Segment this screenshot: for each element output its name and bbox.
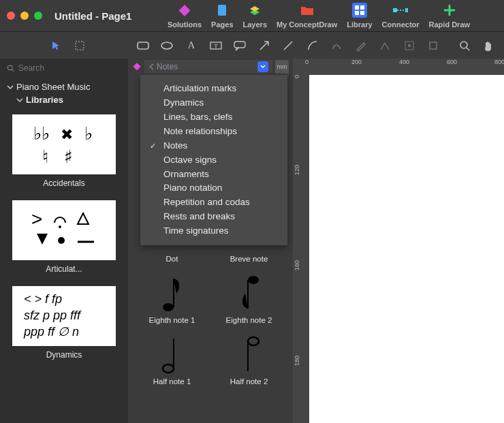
layers-icon <box>247 3 262 18</box>
menu-library[interactable]: Library <box>347 3 372 29</box>
zoom-icon[interactable] <box>34 12 42 20</box>
svg-rect-3 <box>360 5 364 10</box>
svg-point-41 <box>248 276 259 284</box>
svg-text:>: > <box>31 208 42 230</box>
lib-dynamics[interactable]: < > f fpsfz p pp fffppp ff ∅ n Dynamics <box>12 286 116 360</box>
ruler-horizontal: 0 200 400 600 800 <box>293 59 504 69</box>
svg-point-45 <box>248 337 259 345</box>
svg-rect-7 <box>405 8 408 12</box>
arrow-tool[interactable] <box>255 37 273 54</box>
chevron-left-icon <box>148 63 155 70</box>
shape-eighth1[interactable]: Eighth note 1 <box>135 272 209 324</box>
opt-octave[interactable]: Octave signs <box>150 153 278 168</box>
lib-accidentals[interactable]: ♭♭✖♭♮♯ Accidentals <box>12 114 116 188</box>
callout-tool[interactable] <box>231 37 249 54</box>
menu-connector[interactable]: Connector <box>382 3 420 29</box>
ellipse-tool[interactable] <box>159 37 176 54</box>
opt-repetition[interactable]: Repetition and codas <box>150 195 278 210</box>
edit-anchor[interactable] <box>400 37 418 54</box>
opt-rests[interactable]: Rests and breaks <box>150 210 278 224</box>
chevron-down-icon <box>16 97 23 104</box>
shape-eighth2[interactable]: Eighth note 2 <box>212 272 286 324</box>
svg-rect-13 <box>234 42 245 48</box>
svg-rect-4 <box>355 11 359 15</box>
grid-icon <box>352 3 367 18</box>
page-icon <box>215 3 230 18</box>
svg-rect-2 <box>355 5 359 10</box>
category-dropdown[interactable]: Articulation marks Dynamics Lines, bars,… <box>140 75 287 245</box>
tree-piano-sheet-music[interactable]: Piano Sheet Music <box>7 82 121 92</box>
opt-note-rel[interactable]: Note relationships <box>150 125 278 139</box>
opt-notes[interactable]: ✓Notes <box>150 139 278 153</box>
svg-point-26 <box>58 237 65 244</box>
textbox-tool[interactable]: T <box>207 37 225 54</box>
crop-tool[interactable] <box>424 37 442 54</box>
menu-myconceptdraw[interactable]: My ConceptDraw <box>277 3 337 29</box>
connector-icon <box>393 3 408 18</box>
line-tool[interactable] <box>279 37 297 54</box>
menu-pages[interactable]: Pages <box>211 3 233 29</box>
pencil-tool[interactable] <box>352 37 370 54</box>
hand-tool[interactable] <box>479 37 497 54</box>
diamond-icon <box>177 3 192 18</box>
svg-rect-8 <box>76 42 84 50</box>
rect-tool[interactable] <box>134 37 152 54</box>
ruler-vertical: 0 120 160 180 <box>293 69 304 423</box>
svg-point-15 <box>408 44 411 47</box>
opt-articulation[interactable]: Articulation marks <box>150 82 278 96</box>
tree-libraries[interactable]: Libraries <box>7 95 121 105</box>
edit-point[interactable] <box>376 37 394 54</box>
svg-text:< >  f   fp: < > f fp <box>24 292 62 306</box>
canvas-area[interactable]: 0 200 400 600 800 0 120 160 180 <box>293 59 504 423</box>
svg-text:♭: ♭ <box>84 123 93 144</box>
opt-dynamics[interactable]: Dynamics <box>150 96 278 110</box>
close-icon[interactable] <box>7 12 15 20</box>
minimize-icon[interactable] <box>20 12 29 20</box>
plus-icon <box>442 3 457 18</box>
shape-half1[interactable]: Half note 1 <box>135 334 209 386</box>
svg-text:ppp ff  ∅  n: ppp ff ∅ n <box>23 325 79 339</box>
svg-rect-31 <box>133 63 140 70</box>
svg-rect-5 <box>360 11 364 15</box>
svg-point-25 <box>59 225 61 228</box>
svg-text:sfz  p  pp fff: sfz p pp fff <box>24 309 82 322</box>
svg-rect-1 <box>218 5 226 16</box>
opt-ornaments[interactable]: Ornaments <box>150 168 278 182</box>
svg-rect-6 <box>393 8 397 12</box>
select-tool[interactable] <box>72 37 89 54</box>
menu-solutions[interactable]: Solutions <box>168 3 202 29</box>
shape-half2[interactable]: Half note 2 <box>212 334 286 386</box>
pointer-tool[interactable] <box>47 37 65 54</box>
combo-arrow-icon[interactable] <box>257 61 268 72</box>
folder-icon <box>300 3 315 18</box>
pen-tool[interactable] <box>328 37 345 54</box>
window-controls[interactable] <box>7 12 42 20</box>
svg-text:♭♭: ♭♭ <box>33 123 50 144</box>
search-tool[interactable] <box>456 37 473 54</box>
text-tool[interactable]: A <box>183 37 200 54</box>
svg-rect-9 <box>138 42 148 49</box>
svg-point-18 <box>7 65 12 70</box>
window-title: Untitled - Page1 <box>54 10 131 22</box>
unit-label: mm <box>275 60 289 74</box>
svg-point-39 <box>163 303 174 311</box>
search-icon <box>7 64 14 72</box>
search-input[interactable] <box>18 63 121 73</box>
arc-tool[interactable] <box>304 37 321 54</box>
opt-piano[interactable]: Piano notation <box>150 181 278 195</box>
opt-lines[interactable]: Lines, bars, clefs <box>150 110 278 125</box>
menu-rapiddraw[interactable]: Rapid Draw <box>429 3 471 29</box>
opt-timesig[interactable]: Time signatures <box>150 224 278 238</box>
svg-text:♮: ♮ <box>42 146 48 167</box>
svg-point-17 <box>460 42 467 48</box>
page-canvas[interactable] <box>309 75 504 423</box>
library-search[interactable] <box>0 59 128 78</box>
category-combo[interactable]: Notes <box>144 60 272 74</box>
solutions-mini-icon[interactable] <box>132 62 142 72</box>
svg-text:♯: ♯ <box>64 146 73 167</box>
chevron-down-icon <box>7 84 14 91</box>
svg-text:✖: ✖ <box>61 126 73 143</box>
lib-articulation[interactable]: > Articulat... <box>12 200 116 274</box>
menu-layers[interactable]: Layers <box>243 3 267 29</box>
svg-text:T: T <box>214 43 218 50</box>
